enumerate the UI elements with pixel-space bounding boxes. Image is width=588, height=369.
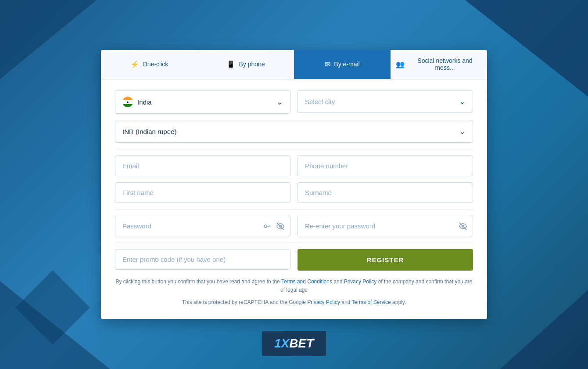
divider-2 bbox=[115, 209, 473, 210]
promo-register-row: REGISTER bbox=[115, 249, 473, 271]
password-icons bbox=[262, 221, 285, 231]
email-field-wrapper bbox=[115, 156, 290, 176]
country-select[interactable]: India ⌄ bbox=[115, 90, 290, 114]
phone-field-wrapper bbox=[298, 156, 473, 176]
lightning-icon: ⚡ bbox=[130, 60, 139, 69]
repassword-icons bbox=[458, 221, 468, 231]
tab-by-phone[interactable]: 📱 By phone bbox=[197, 50, 294, 79]
recaptcha-text-1: This site is protected by reCAPTCHA and … bbox=[182, 299, 306, 305]
privacy-link[interactable]: Privacy Policy bbox=[344, 279, 377, 285]
svg-point-0 bbox=[264, 225, 267, 228]
tab-one-click[interactable]: ⚡ One-click bbox=[101, 50, 197, 79]
promo-input[interactable] bbox=[115, 249, 290, 270]
firstname-field-wrapper bbox=[115, 182, 290, 203]
country-label: India bbox=[137, 98, 272, 106]
currency-field-wrapper: INR (Indian rupee) ⌄ bbox=[115, 120, 473, 143]
repassword-field-wrapper bbox=[298, 216, 473, 236]
register-button[interactable]: REGISTER bbox=[298, 249, 473, 271]
logo: 1XBET bbox=[262, 331, 326, 356]
email-icon: ✉ bbox=[325, 60, 330, 69]
legal-text-1: By clicking this button you confirm that… bbox=[116, 279, 280, 285]
recaptcha-and: and bbox=[341, 299, 350, 305]
tab-one-click-label: One-click bbox=[143, 61, 168, 68]
registration-modal: ⚡ One-click 📱 By phone ✉ By e-mail 👥 Soc… bbox=[101, 50, 487, 319]
firstname-input[interactable] bbox=[115, 182, 290, 203]
surname-input[interactable] bbox=[298, 182, 473, 203]
city-field-wrapper: Select city ⌄ bbox=[298, 90, 473, 114]
flag-mid bbox=[122, 100, 133, 104]
email-input[interactable] bbox=[115, 156, 290, 176]
tab-bar: ⚡ One-click 📱 By phone ✉ By e-mail 👥 Soc… bbox=[101, 50, 487, 80]
repassword-eye-icon[interactable] bbox=[458, 221, 468, 231]
tab-by-phone-label: By phone bbox=[239, 61, 265, 68]
form-body: India ⌄ Select city ⌄ INR (Indian rupee)… bbox=[101, 80, 487, 319]
password-eye-icon[interactable] bbox=[276, 221, 285, 231]
phone-input[interactable] bbox=[298, 156, 473, 176]
country-chevron: ⌄ bbox=[276, 97, 283, 107]
logo-1x: 1X bbox=[274, 336, 289, 350]
currency-row: INR (Indian rupee) ⌄ bbox=[115, 120, 473, 143]
recaptcha-text: This site is protected by reCAPTCHA and … bbox=[115, 298, 473, 307]
logo-bet: BET bbox=[289, 336, 314, 350]
tab-by-email-label: By e-mail bbox=[334, 61, 359, 68]
recaptcha-terms-link[interactable]: Terms of Service bbox=[351, 299, 391, 305]
social-icon: 👥 bbox=[396, 60, 405, 69]
legal-text: By clicking this button you confirm that… bbox=[115, 278, 473, 294]
bg-decoration-br bbox=[500, 290, 588, 369]
recaptcha-privacy-link[interactable]: Privacy Policy bbox=[307, 299, 340, 305]
repassword-input-wrapper bbox=[298, 216, 473, 236]
currency-label: INR (Indian rupee) bbox=[122, 128, 455, 135]
flag-bot bbox=[122, 104, 133, 108]
password-input-wrapper bbox=[115, 216, 290, 236]
register-btn-wrapper: REGISTER bbox=[298, 249, 473, 271]
tab-social[interactable]: 👥 Social networks and mess... bbox=[391, 50, 487, 79]
password-row bbox=[115, 216, 473, 236]
tab-by-email[interactable]: ✉ By e-mail bbox=[294, 50, 391, 79]
city-chevron: ⌄ bbox=[459, 97, 466, 106]
divider-1 bbox=[115, 149, 473, 149]
divider-3 bbox=[115, 242, 473, 243]
currency-chevron: ⌄ bbox=[459, 127, 466, 136]
currency-select[interactable]: INR (Indian rupee) ⌄ bbox=[115, 120, 473, 143]
city-select[interactable]: Select city ⌄ bbox=[298, 90, 473, 113]
phone-icon: 📱 bbox=[226, 60, 235, 69]
promo-field-wrapper bbox=[115, 249, 290, 271]
logo-text: 1XBET bbox=[274, 336, 314, 351]
legal-and: and bbox=[333, 279, 342, 285]
flag-top bbox=[122, 97, 133, 100]
password-field-wrapper bbox=[115, 216, 290, 236]
recaptcha-text-2: apply. bbox=[392, 299, 406, 305]
tab-social-label: Social networks and mess... bbox=[408, 57, 482, 71]
india-flag bbox=[122, 97, 133, 107]
surname-field-wrapper bbox=[298, 182, 473, 203]
terms-link[interactable]: Terms and Conditions bbox=[281, 279, 332, 285]
name-row bbox=[115, 182, 473, 203]
city-placeholder: Select city bbox=[305, 98, 455, 105]
country-city-row: India ⌄ Select city ⌄ bbox=[115, 90, 473, 114]
bg-decoration-tl bbox=[0, 0, 97, 79]
repassword-input[interactable] bbox=[298, 216, 473, 236]
password-key-icon[interactable] bbox=[262, 221, 272, 231]
country-field-wrapper: India ⌄ bbox=[115, 90, 290, 114]
email-phone-row bbox=[115, 156, 473, 176]
